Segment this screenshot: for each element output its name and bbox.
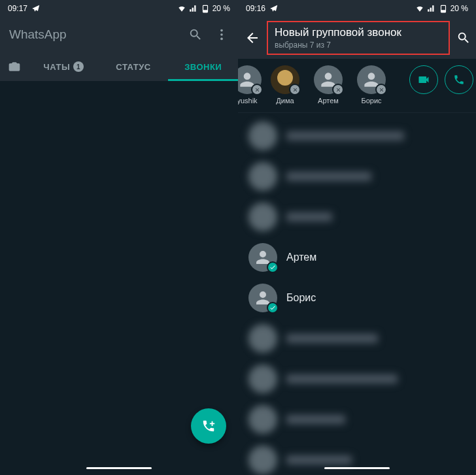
svg-rect-1 [203, 10, 207, 12]
app-title: WhatsApp [9, 27, 177, 42]
selected-name: Артем [318, 97, 339, 105]
avatar [238, 65, 262, 94]
contact-name: Борис [286, 292, 316, 304]
contact-name-blurred [286, 172, 371, 181]
selected-name: Борис [361, 97, 381, 105]
screen-whatsapp-calls: 09:17 20 % WhatsApp ЧАТЫ 1 СТАТУС ЗВОНКИ [0, 0, 238, 475]
selected-participant[interactable]: yushik [238, 65, 260, 105]
svg-point-4 [220, 38, 223, 41]
tab-chats-label: ЧАТЫ [44, 62, 71, 72]
selected-participant[interactable]: Дима [267, 65, 303, 105]
tab-calls-label: ЗВОНКИ [184, 62, 222, 72]
avatar [248, 284, 277, 312]
avatar [271, 65, 299, 94]
video-call-button[interactable] [409, 65, 438, 94]
check-icon [267, 261, 279, 273]
avatar [248, 324, 277, 353]
tab-camera[interactable] [0, 60, 29, 73]
call-header: Новый групповой звонок выбраны 7 из 7 [238, 17, 476, 59]
back-icon[interactable] [245, 30, 260, 46]
selected-name: yushik [238, 97, 258, 105]
selected-participant[interactable]: Артем [310, 65, 347, 105]
battery-icon [201, 4, 210, 13]
contact-name-blurred [286, 415, 345, 424]
avatar [314, 65, 343, 94]
status-battery: 20 % [450, 4, 468, 13]
list-item[interactable] [238, 156, 476, 197]
contact-name-blurred [286, 131, 404, 140]
screen-new-group-call: 09:16 20 % Новый групповой звонок выбран… [238, 0, 476, 475]
list-item[interactable] [238, 399, 476, 440]
status-bar: 09:16 20 % [238, 0, 476, 17]
phone-icon [453, 74, 465, 86]
header-highlight-box: Новый групповой звонок выбраны 7 из 7 [267, 21, 450, 55]
status-battery: 20 % [212, 4, 230, 13]
tab-status-label: СТАТУС [116, 62, 150, 72]
video-icon [417, 73, 430, 86]
selected-participant[interactable]: Борис [353, 65, 390, 105]
remove-icon[interactable] [375, 84, 387, 95]
selected-name: Дима [276, 97, 294, 105]
nav-pill[interactable] [86, 467, 152, 469]
avatar [248, 203, 277, 231]
new-call-fab[interactable] [191, 408, 226, 444]
check-icon [267, 302, 279, 314]
battery-icon [439, 4, 448, 13]
nav-pill[interactable] [324, 467, 390, 469]
avatar [248, 405, 277, 434]
list-item[interactable] [238, 116, 476, 156]
contact-list[interactable]: Артем Борис [238, 113, 476, 475]
add-call-icon [201, 419, 216, 433]
signal-icon [189, 4, 198, 13]
voice-call-button[interactable] [445, 65, 473, 94]
contact-name-blurred [286, 374, 398, 384]
svg-point-2 [220, 29, 223, 32]
signal-icon [427, 4, 436, 13]
status-time: 09:16 [246, 4, 265, 13]
search-icon[interactable] [188, 27, 203, 42]
tab-calls[interactable]: ЗВОНКИ [168, 52, 238, 81]
remove-icon[interactable] [289, 84, 301, 95]
svg-point-3 [220, 33, 223, 36]
list-item[interactable]: Борис [238, 278, 476, 318]
status-bar: 09:17 20 % [0, 0, 238, 17]
avatar [357, 65, 386, 94]
search-icon[interactable] [456, 31, 471, 45]
wifi-icon [415, 4, 424, 13]
tab-chats[interactable]: ЧАТЫ 1 [29, 52, 99, 81]
tab-chats-badge: 1 [73, 61, 84, 72]
nav-bar [0, 461, 238, 475]
avatar [248, 162, 277, 191]
wifi-icon [177, 4, 186, 13]
list-item[interactable] [238, 318, 476, 359]
telegram-icon [31, 4, 41, 13]
avatar [248, 122, 277, 150]
selected-participants-row: yushik Дима Артем Борис [238, 59, 476, 113]
contact-name-blurred [286, 212, 332, 221]
nav-bar [238, 461, 476, 475]
contact-name: Артем [286, 252, 316, 263]
camera-icon [8, 60, 21, 73]
tabs: ЧАТЫ 1 СТАТУС ЗВОНКИ [0, 52, 238, 81]
status-time: 09:17 [8, 4, 27, 13]
header-title: Новый групповой звонок [275, 26, 442, 39]
menu-more-icon[interactable] [214, 27, 229, 42]
header-subtitle: выбраны 7 из 7 [275, 41, 442, 50]
avatar [248, 243, 277, 272]
remove-icon[interactable] [332, 84, 344, 95]
remove-icon[interactable] [251, 84, 263, 95]
telegram-icon [269, 4, 279, 13]
list-item[interactable] [238, 197, 476, 237]
svg-rect-6 [441, 10, 445, 12]
tab-status[interactable]: СТАТУС [99, 52, 169, 81]
list-item[interactable]: Артем [238, 237, 476, 278]
avatar [248, 365, 277, 393]
app-bar: WhatsApp [0, 17, 238, 52]
contact-name-blurred [286, 334, 378, 343]
list-item[interactable] [238, 359, 476, 399]
